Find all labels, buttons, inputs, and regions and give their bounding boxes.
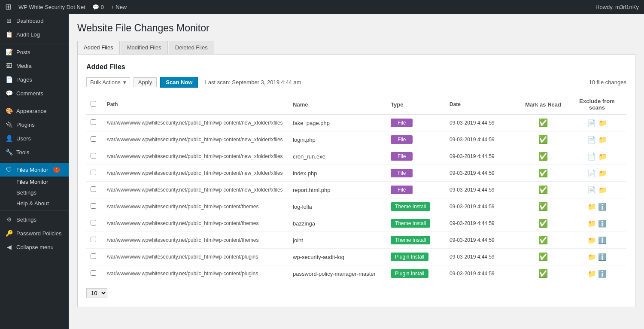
row-name: log-lolla [289,198,386,215]
row-mark-read[interactable]: ✅ [519,115,568,131]
tab-modified-files[interactable]: Modified Files [121,41,168,54]
section-title: Added Files [86,63,626,71]
sidebar-item-comments[interactable]: 💬 Comments [0,86,69,100]
sidebar-item-pages[interactable]: 📄 Pages [0,73,69,86]
new-item[interactable]: + New [111,4,127,10]
sidebar-item-dashboard[interactable]: ⊞ Dashboard [0,14,69,27]
exclude-file-icon[interactable]: 📄 [587,152,596,161]
sidebar-item-files-monitor[interactable]: 🛡 Files Monitor 1 [0,163,69,177]
wp-logo-icon: ⊞ [5,2,12,12]
mark-read-icon[interactable]: ✅ [538,202,548,211]
scan-now-button[interactable]: Scan Now [160,77,198,88]
exclude-file-icon[interactable]: 📄 [587,169,596,177]
exclude-folder-icon[interactable]: 📁 [588,219,596,228]
row-mark-read[interactable]: ✅ [519,215,568,232]
sidebar-item-password-policies[interactable]: 🔑 Password Policies [0,226,69,240]
mark-read-icon[interactable]: ✅ [538,219,548,228]
row-date: 09-03-2019 4:44:59 [445,182,519,198]
exclude-folder-icon[interactable]: 📁 [598,136,607,144]
site-name-item[interactable]: WP White Security Dot Net [18,4,85,10]
password-policies-icon: 🔑 [5,230,13,237]
row-date: 09-03-2019 4:44:59 [445,265,519,282]
info-icon[interactable]: ℹ️ [598,236,607,244]
exclude-file-icon[interactable]: 📄 [587,186,596,194]
row-mark-read[interactable]: ✅ [519,182,568,198]
row-checkbox[interactable] [91,203,96,209]
wp-logo-item[interactable]: ⊞ [5,2,12,12]
table-row: /var/www/www.wpwhitesecurity.net/public_… [86,232,626,249]
sidebar-sub-help-about[interactable]: Help & About [0,198,69,209]
exclude-folder-icon[interactable]: 📁 [598,152,607,161]
exclude-folder-icon[interactable]: 📁 [588,236,596,244]
row-checkbox[interactable] [91,270,96,276]
mark-read-icon[interactable]: ✅ [538,152,548,161]
mark-read-icon[interactable]: ✅ [538,119,548,127]
row-mark-read[interactable]: ✅ [519,165,568,182]
exclude-folder-icon[interactable]: 📁 [598,119,607,127]
row-mark-read[interactable]: ✅ [519,265,568,282]
row-mark-read[interactable]: ✅ [519,232,568,249]
exclude-folder-icon[interactable]: 📁 [588,270,596,278]
row-path: /var/www/www.wpwhitesecurity.net/public_… [103,115,289,131]
mark-read-icon[interactable]: ✅ [538,135,548,144]
sidebar-item-collapse[interactable]: ◀ Collapse menu [0,240,69,254]
tab-deleted-files[interactable]: Deleted Files [169,41,214,54]
row-mark-read[interactable]: ✅ [519,148,568,165]
info-icon[interactable]: ℹ️ [598,203,607,211]
sidebar-item-settings[interactable]: ⚙ Settings [0,213,69,226]
exclude-file-icon[interactable]: 📄 [587,136,596,144]
tab-added-files[interactable]: Added Files [77,41,120,54]
sidebar-item-media[interactable]: 🖼 Media [0,59,69,73]
sidebar-item-audit-log[interactable]: 📋 Audit Log [0,27,69,41]
row-checkbox[interactable] [91,153,96,158]
sidebar-item-appearance[interactable]: 🎨 Appearance [0,104,69,118]
select-all-checkbox[interactable] [91,101,96,107]
file-changes-count: 10 file changes [589,79,626,85]
mark-read-icon[interactable]: ✅ [538,169,548,177]
sidebar-label-users: Users [16,135,31,142]
sidebar-label-dashboard: Dashboard [16,18,44,24]
row-path: /var/www/www.wpwhitesecurity.net/public_… [103,131,289,148]
sidebar-label-posts: Posts [16,49,30,55]
row-checkbox[interactable] [91,253,96,259]
sidebar-sub-files-monitor[interactable]: Files Monitor [0,177,69,187]
col-header-name: Name [289,94,386,115]
exclude-folder-icon[interactable]: 📁 [598,186,607,194]
exclude-folder-icon[interactable]: 📁 [598,169,607,177]
mark-read-icon[interactable]: ✅ [538,236,548,244]
row-exclude: 📄📁 [568,148,626,165]
sidebar-sub-settings[interactable]: Settings [0,187,69,198]
row-name: index.php [289,165,386,182]
row-mark-read[interactable]: ✅ [519,249,568,265]
exclude-folder-icon[interactable]: 📁 [588,203,596,211]
mark-read-icon[interactable]: ✅ [538,186,548,194]
apply-button[interactable]: Apply [134,77,157,87]
files-table: Path Name Type Date Mark as Read Exclude… [86,94,626,282]
row-checkbox[interactable] [91,237,96,242]
sidebar-item-users[interactable]: 👤 Users [0,131,69,145]
row-mark-read[interactable]: ✅ [519,131,568,148]
bulk-actions-label: Bulk Actions [90,79,121,85]
exclude-file-icon[interactable]: 📄 [587,119,596,127]
bulk-actions-dropdown[interactable]: Bulk Actions ▾ [86,77,130,87]
per-page-select[interactable]: 10 25 50 [86,288,107,298]
row-checkbox[interactable] [91,186,96,192]
mark-read-icon[interactable]: ✅ [538,269,548,278]
mark-read-icon[interactable]: ✅ [538,253,548,261]
table-row: /var/www/www.wpwhitesecurity.net/public_… [86,215,626,232]
row-checkbox[interactable] [91,220,96,225]
row-mark-read[interactable]: ✅ [519,198,568,215]
info-icon[interactable]: ℹ️ [598,253,607,261]
row-checkbox[interactable] [91,170,96,175]
info-icon[interactable]: ℹ️ [598,219,607,228]
table-row: /var/www/www.wpwhitesecurity.net/public_… [86,265,626,282]
sidebar-item-plugins[interactable]: 🔌 Plugins [0,118,69,131]
row-checkbox[interactable] [91,119,96,125]
sidebar-item-tools[interactable]: 🔧 Tools [0,145,69,159]
row-checkbox[interactable] [91,136,96,142]
admin-bar-right: Howdy, m3rl1nKy [595,4,639,10]
comments-item[interactable]: 💬 0 [92,4,104,10]
exclude-folder-icon[interactable]: 📁 [588,253,596,261]
sidebar-item-posts[interactable]: 📝 Posts [0,45,69,59]
info-icon[interactable]: ℹ️ [598,270,607,278]
